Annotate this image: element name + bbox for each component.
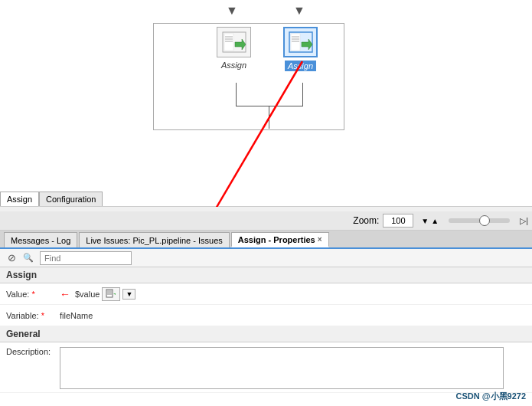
section-header-assign: Assign [0, 267, 532, 283]
properties-panel: Assign Value: * ← $value ▼ [0, 267, 532, 406]
variable-required-star: * [41, 311, 44, 320]
value-row: Value: * ← $value ▼ [0, 283, 532, 305]
description-row: Description: [0, 342, 532, 393]
zoom-label: Zoom: [353, 215, 379, 226]
node-icon-2 [283, 27, 318, 57]
tab-live-issues[interactable]: Live Issues: Pic_PL.pipeline - Issues [79, 232, 230, 247]
section-header-general: General [0, 326, 532, 342]
node-label-1: Assign [221, 61, 246, 70]
zoom-input[interactable] [383, 214, 413, 228]
value-content: ← $value ▼ [60, 287, 135, 301]
node-assign-1[interactable]: Assign [217, 27, 251, 70]
svg-rect-14 [106, 290, 113, 297]
search-input[interactable] [40, 251, 132, 265]
cancel-icon-btn[interactable]: ⊘ [4, 250, 19, 266]
zoom-right-icon: ▷| [520, 216, 528, 226]
svg-marker-18 [113, 292, 116, 295]
value-label: Value: * [6, 290, 60, 299]
zoom-bar: Zoom: ▼ ▲ ▷| [0, 211, 532, 231]
zoom-up-btn[interactable]: ▲ [431, 217, 439, 225]
search-icon: 🔍 [23, 253, 34, 263]
arrow-down-2: ▼ [293, 4, 305, 18]
value-arrow-indicator: ← [60, 288, 70, 300]
node-assign-2[interactable]: Assign [283, 27, 318, 71]
lower-toolbar: ⊘ 🔍 [0, 249, 532, 267]
description-textarea[interactable] [60, 347, 504, 389]
tab-assign-properties-label: Assign - Properties [238, 235, 315, 244]
tab-configuration[interactable]: Configuration [39, 192, 103, 206]
svg-rect-7 [291, 34, 300, 51]
tab-messages-log-label: Messages - Log [11, 236, 70, 245]
value-dropdown-btn[interactable]: ▼ [122, 289, 135, 300]
node-icon-1 [217, 27, 251, 57]
variable-row: Variable: * fileName [0, 305, 532, 326]
tab-messages-log[interactable]: Messages - Log [4, 232, 77, 247]
connector-h-line [236, 106, 303, 106]
tabs-row: Messages - Log Live Issues: Pic_PL.pipel… [0, 231, 532, 249]
connector-line-down [269, 106, 269, 129]
value-edit-btn[interactable] [102, 287, 120, 301]
top-tab-bar: Assign Configuration [0, 192, 103, 206]
zoom-thumb [479, 215, 490, 226]
watermark: CSDN @小黑9272 [456, 391, 526, 402]
description-label: Description: [6, 347, 60, 356]
connector-line-2 [302, 83, 303, 106]
node-label-2: Assign [285, 61, 316, 71]
tab-assign-top[interactable]: Assign [0, 192, 39, 206]
zoom-down-btn[interactable]: ▼ [421, 217, 429, 225]
value-text: $value [75, 290, 100, 299]
variable-label: Variable: * [6, 311, 60, 320]
arrow-down-1: ▼ [226, 4, 238, 18]
svg-rect-1 [224, 34, 233, 51]
tab-live-issues-label: Live Issues: Pic_PL.pipeline - Issues [86, 236, 223, 245]
value-required-star: * [31, 290, 34, 299]
connector-line-1 [236, 83, 237, 106]
canvas-area: ▼ ▼ Assign [0, 0, 532, 207]
tab-close-btn[interactable]: × [318, 235, 322, 244]
tab-assign-properties[interactable]: Assign - Properties × [231, 232, 329, 247]
variable-content: fileName [60, 311, 93, 320]
variable-text: fileName [60, 311, 93, 320]
zoom-slider[interactable] [449, 218, 510, 223]
